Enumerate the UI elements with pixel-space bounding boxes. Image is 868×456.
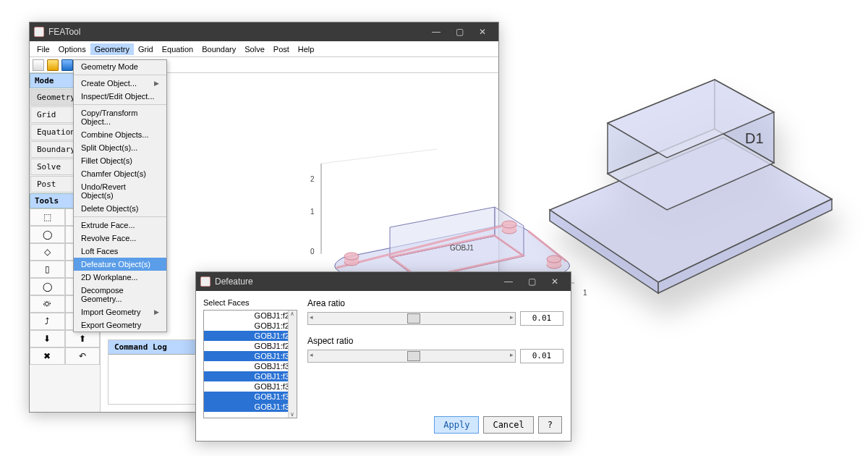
- tool-button-2[interactable]: ◯: [30, 226, 65, 243]
- dialog-title: Defeature: [215, 276, 497, 287]
- defeature-dialog: Defeature — ▢ ✕ Select Faces GOBJ1:f26GO…: [195, 271, 571, 442]
- face-item[interactable]: GOBJ1:f26: [204, 311, 297, 321]
- menu-geometry[interactable]: Geometry: [90, 43, 134, 55]
- result-geometry: D1: [521, 43, 839, 304]
- menu-item-decompose-geometry[interactable]: Decompose Geometry...: [74, 284, 166, 305]
- dialog-maximize-button[interactable]: ▢: [520, 273, 543, 290]
- aspect-ratio-slider[interactable]: [307, 350, 516, 363]
- menu-file[interactable]: File: [33, 43, 54, 55]
- menu-item-create-object[interactable]: Create Object...▶: [74, 77, 166, 90]
- dialog-icon: [200, 276, 210, 287]
- tool-button-14[interactable]: ⬇: [30, 330, 65, 347]
- close-button[interactable]: ✕: [471, 23, 494, 41]
- open-file-icon[interactable]: [47, 59, 59, 71]
- face-item[interactable]: GOBJ1:f30: [204, 351, 297, 361]
- menu-item-delete-object-s[interactable]: Delete Object(s): [74, 202, 166, 215]
- menu-item-undo-revert-object-s[interactable]: Undo/Revert Object(s): [74, 180, 166, 202]
- area-ratio-label: Area ratio: [307, 298, 563, 308]
- aspect-ratio-label: Aspect ratio: [307, 336, 563, 346]
- menu-solve[interactable]: Solve: [240, 43, 269, 55]
- new-file-icon[interactable]: [33, 59, 44, 71]
- minimize-button[interactable]: —: [425, 23, 448, 41]
- main-titlebar: FEATool — ▢ ✕: [30, 22, 498, 41]
- menu-item-geometry-mode[interactable]: Geometry Mode: [74, 60, 166, 73]
- face-item[interactable]: GOBJ1:f35: [204, 402, 297, 412]
- faces-listbox[interactable]: GOBJ1:f26GOBJ1:f27GOBJ1:f28GOBJ1:f29GOBJ…: [203, 310, 297, 418]
- menu-item-split-object-s[interactable]: Split Object(s)...: [74, 141, 166, 154]
- help-button[interactable]: ?: [538, 416, 562, 434]
- tool-button-15[interactable]: ⬆: [65, 330, 101, 347]
- area-ratio-slider[interactable]: [307, 312, 516, 325]
- menu-item-import-geometry[interactable]: Import Geometry▶: [74, 305, 166, 318]
- slider-thumb[interactable]: [407, 313, 420, 324]
- menu-grid[interactable]: Grid: [134, 43, 158, 55]
- object-label: GOBJ1: [450, 244, 474, 252]
- menubar: FileOptionsGeometryGridEquationBoundaryS…: [30, 41, 498, 57]
- menu-item-fillet-object-s[interactable]: Fillet Object(s): [74, 154, 166, 167]
- menu-item-combine-objects[interactable]: Combine Objects...: [74, 128, 166, 141]
- listbox-scrollbar[interactable]: [288, 311, 297, 418]
- menu-options[interactable]: Options: [54, 43, 90, 55]
- menu-item-export-geometry[interactable]: Export Geometry: [74, 318, 166, 332]
- face-item[interactable]: GOBJ1:f29: [204, 341, 297, 351]
- geometry-menu: Geometry ModeCreate Object...▶Inspect/Ed…: [73, 59, 167, 332]
- svg-text:0: 0: [310, 248, 315, 256]
- tool-button-16[interactable]: ✖: [30, 347, 65, 365]
- menu-item-inspect-edit-object[interactable]: Inspect/Edit Object...: [74, 90, 166, 103]
- app-icon: [34, 27, 44, 37]
- menu-boundary[interactable]: Boundary: [197, 43, 240, 55]
- svg-text:1: 1: [310, 208, 315, 216]
- tool-button-4[interactable]: ◇: [30, 243, 65, 261]
- maximize-button[interactable]: ▢: [448, 23, 471, 41]
- window-title: FEATool: [48, 27, 425, 37]
- aspect-ratio-value[interactable]: 0.01: [520, 349, 563, 363]
- menu-help[interactable]: Help: [294, 43, 319, 55]
- menu-item-loft-faces[interactable]: Loft Faces: [74, 245, 166, 258]
- save-file-icon[interactable]: [61, 59, 73, 71]
- menu-item-extrude-face[interactable]: Extrude Face...: [74, 219, 166, 232]
- cancel-button[interactable]: Cancel: [483, 416, 533, 434]
- result-label: D1: [745, 130, 764, 146]
- tool-button-0[interactable]: ⬚: [30, 208, 65, 226]
- svg-line-1: [321, 149, 437, 164]
- slider-thumb[interactable]: [407, 351, 420, 361]
- dialog-close-button[interactable]: ✕: [543, 273, 566, 290]
- svg-point-7: [502, 221, 516, 228]
- tool-button-12[interactable]: ⤴: [30, 313, 65, 330]
- menu-item-d-workplane[interactable]: 2D Workplane...: [74, 271, 166, 284]
- menu-item-chamfer-object-s[interactable]: Chamfer Object(s): [74, 167, 166, 180]
- dialog-minimize-button[interactable]: —: [497, 273, 520, 290]
- menu-item-copy-transform-object[interactable]: Copy/Transform Object...: [74, 106, 166, 128]
- face-item[interactable]: GOBJ1:f33: [204, 381, 297, 392]
- menu-equation[interactable]: Equation: [158, 43, 197, 55]
- area-ratio-value[interactable]: 0.01: [520, 311, 563, 326]
- menu-item-defeature-object-s[interactable]: Defeature Object(s): [74, 258, 166, 271]
- face-item[interactable]: GOBJ1:f31: [204, 361, 297, 371]
- svg-point-4: [344, 253, 359, 260]
- menu-post[interactable]: Post: [269, 43, 294, 55]
- dialog-titlebar: Defeature — ▢ ✕: [196, 272, 571, 291]
- tool-button-8[interactable]: ◯: [30, 278, 65, 295]
- svg-text:2: 2: [310, 175, 315, 183]
- face-item[interactable]: GOBJ1:f34: [204, 392, 297, 402]
- tool-button-17[interactable]: ↶: [65, 347, 101, 365]
- tool-button-10[interactable]: ⛮: [30, 295, 65, 313]
- face-item[interactable]: GOBJ1:f32: [204, 371, 297, 381]
- apply-button[interactable]: Apply: [434, 416, 479, 434]
- select-faces-label: Select Faces: [203, 298, 297, 307]
- face-item[interactable]: GOBJ1:f28: [204, 331, 297, 341]
- menu-item-revolve-face[interactable]: Revolve Face...: [74, 232, 166, 245]
- tool-button-6[interactable]: ▯: [30, 261, 65, 278]
- face-item[interactable]: GOBJ1:f27: [204, 321, 297, 331]
